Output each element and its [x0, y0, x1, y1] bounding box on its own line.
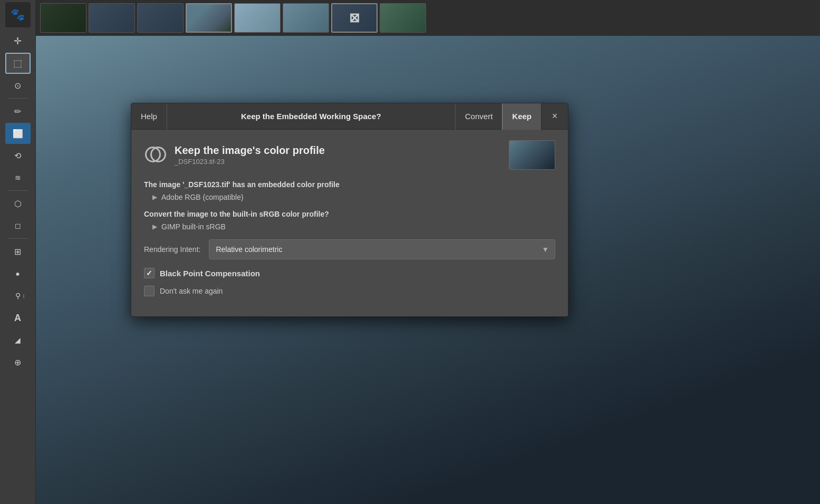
rendering-intent-select[interactable]: Perceptual Relative colorimetric Saturat…	[209, 239, 555, 259]
gimp-circles-icon	[145, 144, 166, 166]
black-point-checkbox[interactable]	[144, 268, 155, 278]
dialog-title: Keep the Embedded Working Space?	[167, 112, 455, 121]
gimp-srgb-label: GIMP built-in sRGB	[161, 222, 226, 231]
profile-row: Keep the image's color profile _DSF1023.…	[144, 140, 555, 170]
black-point-label: Black Point Compensation	[160, 269, 260, 278]
dont-ask-row: Don't ask me again	[144, 286, 555, 296]
adobe-rgb-expandable[interactable]: ▶ Adobe RGB (compatible)	[152, 193, 555, 201]
dialog-header: Help Keep the Embedded Working Space? Co…	[131, 103, 568, 130]
black-point-row: Black Point Compensation	[144, 268, 555, 278]
dont-ask-label: Don't ask me again	[160, 287, 223, 295]
profile-subtitle: _DSF1023.tif-23	[175, 158, 325, 166]
keep-button[interactable]: Keep	[502, 103, 542, 130]
srgb-expandable[interactable]: ▶ GIMP built-in sRGB	[152, 222, 555, 231]
dialog-embedded-working-space: Help Keep the Embedded Working Space? Co…	[131, 103, 568, 317]
rendering-intent-label: Rendering Intent:	[144, 245, 200, 254]
profile-icon	[144, 143, 167, 167]
convert-profile-desc: Convert the image to the built-in sRGB c…	[144, 210, 555, 218]
rendering-intent-select-wrapper: Perceptual Relative colorimetric Saturat…	[209, 239, 555, 259]
dialog-body: Keep the image's color profile _DSF1023.…	[131, 130, 568, 316]
embedded-profile-desc: The image '_DSF1023.tif' has an embedded…	[144, 180, 555, 189]
profile-title: Keep the image's color profile	[175, 144, 325, 157]
expand-arrow-1: ▶	[152, 193, 157, 201]
convert-button[interactable]: Convert	[455, 103, 503, 130]
help-button[interactable]: Help	[131, 103, 167, 130]
close-button[interactable]: ×	[542, 103, 568, 130]
profile-text: Keep the image's color profile _DSF1023.…	[175, 144, 325, 166]
image-thumbnail	[509, 140, 555, 170]
dialog-overlay: Help Keep the Embedded Working Space? Co…	[0, 0, 820, 504]
profile-info: Keep the image's color profile _DSF1023.…	[144, 143, 325, 167]
expand-arrow-2: ▶	[152, 223, 157, 230]
dont-ask-checkbox[interactable]	[144, 286, 155, 296]
adobe-rgb-label: Adobe RGB (compatible)	[161, 193, 244, 201]
rendering-intent-row: Rendering Intent: Perceptual Relative co…	[144, 239, 555, 259]
